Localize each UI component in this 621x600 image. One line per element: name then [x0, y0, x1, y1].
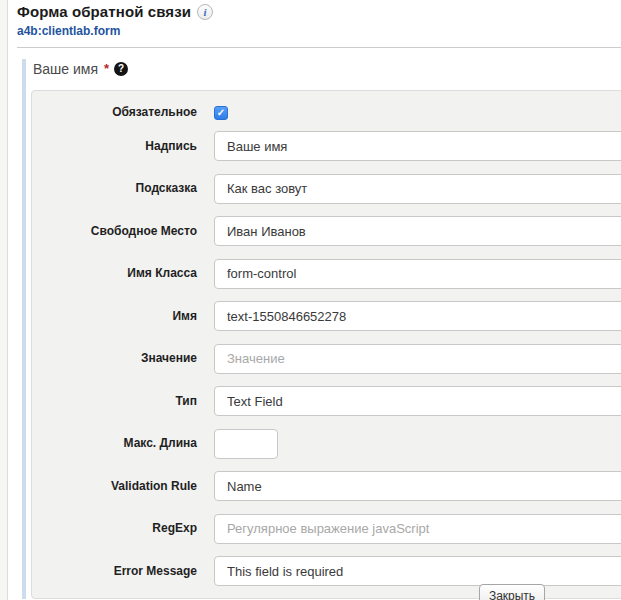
form-row: Имя Класса — [32, 259, 621, 289]
form-row: Подсказка — [32, 174, 621, 204]
field-section-header: Ваше имя * ? — [31, 59, 621, 90]
field-section: Ваше имя * ? Обязательное✓НадписьПодсказ… — [22, 59, 621, 599]
required-checkbox-label: Обязательное — [32, 105, 214, 120]
class-name-input-label: Имя Класса — [32, 266, 214, 281]
hint-input-control — [214, 174, 621, 204]
regexp-input-label: RegExp — [32, 521, 214, 536]
info-icon[interactable]: i — [197, 4, 213, 20]
regexp-input[interactable] — [214, 514, 621, 544]
value-input[interactable] — [214, 344, 621, 374]
modal-header: Форма обратной связи i a4b:clientlab.for… — [9, 0, 621, 39]
hint-input-label: Подсказка — [32, 181, 214, 196]
placeholder-input-control — [214, 216, 621, 246]
required-asterisk: * — [104, 61, 109, 77]
form-row: Имя — [32, 301, 621, 331]
required-checkbox-control: ✓ — [214, 106, 621, 120]
validation-rule-select-control: Name — [214, 471, 621, 501]
required-checkbox[interactable]: ✓ — [214, 106, 228, 120]
page-left-rail — [0, 0, 8, 600]
form-row: Error Message — [32, 556, 621, 586]
modal-content: Форма обратной связи i a4b:clientlab.for… — [9, 0, 621, 599]
help-icon[interactable]: ? — [114, 62, 128, 76]
placeholder-input[interactable] — [214, 216, 621, 246]
class-name-input-control — [214, 259, 621, 289]
form-row: Свободное Место — [32, 216, 621, 246]
name-input-label: Имя — [32, 309, 214, 324]
label-input-control — [214, 131, 621, 161]
close-button[interactable]: Закрыть — [479, 584, 545, 600]
error-message-input-label: Error Message — [32, 564, 214, 579]
form-row: RegExp — [32, 514, 621, 544]
name-input-control — [214, 301, 621, 331]
header-divider — [17, 47, 621, 48]
form-id-link[interactable]: a4b:clientlab.form — [17, 24, 120, 38]
form-row: Макс. Длина — [32, 429, 621, 459]
value-input-label: Значение — [32, 351, 214, 366]
max-length-input[interactable] — [214, 429, 278, 459]
validation-rule-select-label: Validation Rule — [32, 479, 214, 494]
label-input[interactable] — [214, 131, 621, 161]
form-row: Обязательное✓ — [32, 105, 621, 120]
field-section-title: Ваше имя — [33, 61, 98, 77]
max-length-input-label: Макс. Длина — [32, 436, 214, 451]
form-row: Значение — [32, 344, 621, 374]
name-input[interactable] — [214, 301, 621, 331]
form-rows: Обязательное✓НадписьПодсказкаСвободное М… — [32, 105, 621, 586]
form-row: ТипText Field — [32, 386, 621, 416]
max-length-input-control — [214, 429, 621, 459]
error-message-input-control — [214, 556, 621, 586]
error-message-input[interactable] — [214, 556, 621, 586]
regexp-input-control — [214, 514, 621, 544]
form-row: Validation RuleName — [32, 471, 621, 501]
type-select[interactable]: Text Field — [214, 386, 621, 416]
value-input-control — [214, 344, 621, 374]
check-icon: ✓ — [217, 108, 225, 118]
label-input-label: Надпись — [32, 139, 214, 154]
hint-input[interactable] — [214, 174, 621, 204]
type-select-control: Text Field — [214, 386, 621, 416]
placeholder-input-label: Свободное Место — [32, 224, 214, 239]
field-settings-panel: Обязательное✓НадписьПодсказкаСвободное М… — [31, 90, 621, 599]
type-select-label: Тип — [32, 394, 214, 409]
page-title: Форма обратной связи — [17, 3, 191, 21]
validation-rule-select[interactable]: Name — [214, 471, 621, 501]
class-name-input[interactable] — [214, 259, 621, 289]
form-row: Надпись — [32, 131, 621, 161]
